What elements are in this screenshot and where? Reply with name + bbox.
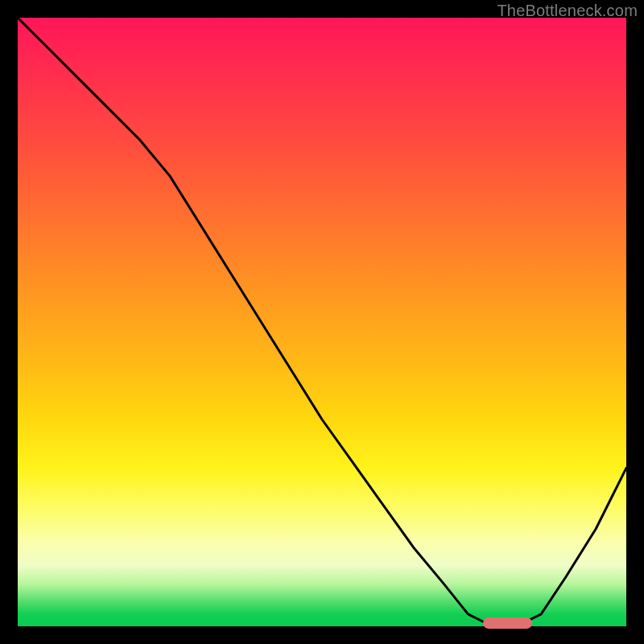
attribution-text: TheBottleneck.com <box>497 2 638 20</box>
chart-frame: TheBottleneck.com <box>0 0 644 644</box>
plot-area <box>18 18 626 626</box>
highlight-marker <box>483 617 531 629</box>
bottleneck-curve <box>18 18 626 626</box>
